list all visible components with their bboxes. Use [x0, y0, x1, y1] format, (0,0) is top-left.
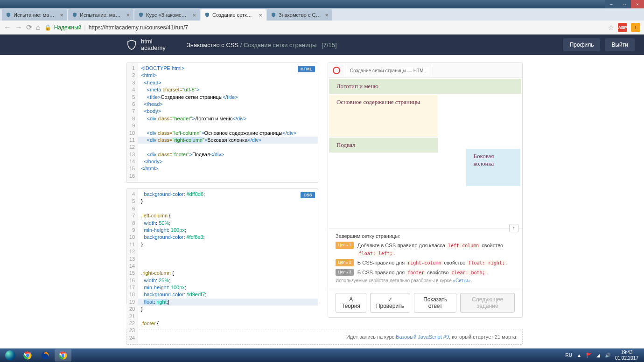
- tab-close-icon[interactable]: ×: [60, 12, 63, 19]
- reload-button[interactable]: ⟳: [26, 23, 32, 32]
- theory-button[interactable]: A Теория: [336, 293, 366, 313]
- breadcrumb: Знакомство с CSS / Создание сетки страни…: [187, 42, 563, 49]
- goal-row: Цель 1 Добавьте в CSS-правило для класса…: [336, 242, 515, 257]
- css-badge: CSS: [301, 192, 315, 198]
- goals-panel: ↑ Завершим сетку страницы: Цель 1 Добавь…: [328, 228, 522, 288]
- html-badge: HTML: [298, 66, 315, 72]
- tab-close-icon[interactable]: ×: [192, 12, 196, 19]
- show-answer-button[interactable]: Показать ответ: [414, 293, 457, 313]
- secure-label: Надежный: [54, 24, 82, 31]
- line-gutter: 456789101112131415161718192021222324: [126, 189, 138, 343]
- preview-tab[interactable]: Создание сетки страницы — HTML: [345, 65, 431, 76]
- browser-tab[interactable]: Испытание: макет-про ×: [68, 9, 133, 21]
- back-button[interactable]: ←: [4, 23, 11, 32]
- browser-tab[interactable]: Испытание: макет-про ×: [2, 9, 67, 21]
- shield-icon: [126, 39, 137, 50]
- browser-tab[interactable]: Знакомство с CSS / Соз ×: [267, 9, 332, 21]
- goals-note: Используемые свойства детально разобраны…: [336, 278, 515, 283]
- css-code[interactable]: background-color: #dff0d8; } .left-colum…: [138, 189, 318, 343]
- preview-footer-block: Подвал: [329, 138, 438, 153]
- preview-tab-bar: Создание сетки страницы — HTML: [328, 63, 522, 78]
- logo-text-bottom: academy: [141, 45, 166, 51]
- task-counter: [7/15]: [322, 42, 337, 49]
- tab-title: Испытание: макет-про: [14, 12, 56, 18]
- tab-title: Испытание: макет-про: [80, 12, 122, 18]
- shield-icon: [138, 12, 144, 18]
- breadcrumb-task: Создание сетки страницы: [244, 42, 316, 49]
- browser-tab-strip: Испытание: макет-про × Испытание: макет-…: [0, 8, 644, 21]
- shield-icon: [72, 12, 77, 18]
- site-navbar: htmlacademy Знакомство с CSS / Создание …: [0, 35, 644, 55]
- browser-tab-active[interactable]: Создание сетки страниц ×: [201, 9, 266, 21]
- url-field[interactable]: 🔒 Надежный | https://htmlacademy.ru/cour…: [44, 24, 604, 31]
- logo-text-top: html: [141, 38, 166, 45]
- grids-course-link[interactable]: «Сетки»: [453, 278, 471, 283]
- tab-title: Курс «Знакомство с CSS: [146, 12, 188, 18]
- goal-badge-3: Цель 3: [336, 269, 354, 276]
- tab-title: Создание сетки страниц: [212, 12, 254, 18]
- warning-extension-icon[interactable]: !: [631, 23, 640, 32]
- action-bar: A Теория ✓ Проверить Показать ответ След…: [328, 288, 522, 317]
- logout-button[interactable]: Выйти: [605, 38, 635, 51]
- shield-icon: [271, 12, 276, 18]
- tab-close-icon[interactable]: ×: [126, 12, 130, 19]
- html-code[interactable]: <!DOCTYPE html> <html> <head> <meta char…: [138, 63, 318, 181]
- lock-icon: 🔒: [44, 24, 51, 31]
- window-maximize-button[interactable]: ▭: [618, 0, 631, 8]
- os-window-titlebar: — ▭ ✕: [0, 0, 644, 8]
- home-button[interactable]: ⌂: [36, 23, 41, 32]
- preview-left-column: Основное содержание страницы: [329, 95, 438, 137]
- tab-close-icon[interactable]: ×: [325, 12, 329, 19]
- bookmark-icon[interactable]: ☆: [608, 24, 614, 31]
- abp-extension-icon[interactable]: ABP: [618, 23, 627, 32]
- shield-icon: [6, 12, 11, 18]
- shield-icon: [204, 12, 210, 18]
- site-logo[interactable]: htmlacademy: [126, 38, 166, 52]
- goals-title: Завершим сетку страницы:: [336, 233, 515, 239]
- opera-icon: [333, 67, 340, 74]
- goal-badge-1: Цель 1: [336, 242, 354, 249]
- forward-button[interactable]: →: [15, 23, 22, 32]
- promo-link[interactable]: Базовый JavaScript #9: [396, 334, 449, 340]
- preview-header-block: Логотип и меню: [329, 79, 521, 94]
- breadcrumb-separator: /: [238, 42, 244, 49]
- breadcrumb-course[interactable]: Знакомство с CSS: [187, 42, 238, 49]
- scroll-up-button[interactable]: ↑: [509, 224, 518, 232]
- browser-tab[interactable]: Курс «Знакомство с CSS ×: [134, 9, 200, 21]
- tab-close-icon[interactable]: ×: [259, 12, 262, 19]
- profile-button[interactable]: Профиль: [563, 38, 601, 51]
- window-close-button[interactable]: ✕: [631, 0, 644, 8]
- preview-panel: Создание сетки страницы — HTML Логотип и…: [328, 63, 523, 318]
- preview-right-column: Боковая колонка: [466, 149, 520, 186]
- next-task-button[interactable]: Следующее задание: [460, 293, 515, 313]
- browser-address-bar: ← → ⟳ ⌂ 🔒 Надежный | https://htmlacademy…: [0, 21, 644, 35]
- url-text: https://htmlacademy.ru/courses/41/run/7: [89, 24, 188, 31]
- line-gutter: 12345678910111213141516: [126, 63, 138, 181]
- goal-row: Цель 3 В CSS-правило для footer свойство…: [336, 269, 515, 277]
- html-editor[interactable]: HTML 12345678910111213141516 <!DOCTYPE h…: [126, 63, 318, 183]
- preview-iframe: Логотип и меню Основное содержание стран…: [328, 79, 522, 228]
- check-button[interactable]: ✓ Проверить: [370, 293, 410, 313]
- goal-badge-2: Цель 2: [336, 259, 354, 266]
- goal-row: Цель 2 В CSS-правило для right-column св…: [336, 259, 515, 267]
- page-viewport: htmlacademy Знакомство с CSS / Создание …: [0, 35, 644, 348]
- window-minimize-button[interactable]: —: [605, 0, 618, 8]
- css-editor[interactable]: CSS 456789101112131415161718192021222324…: [126, 188, 318, 305]
- tab-title: Знакомство с CSS / Соз: [279, 12, 321, 18]
